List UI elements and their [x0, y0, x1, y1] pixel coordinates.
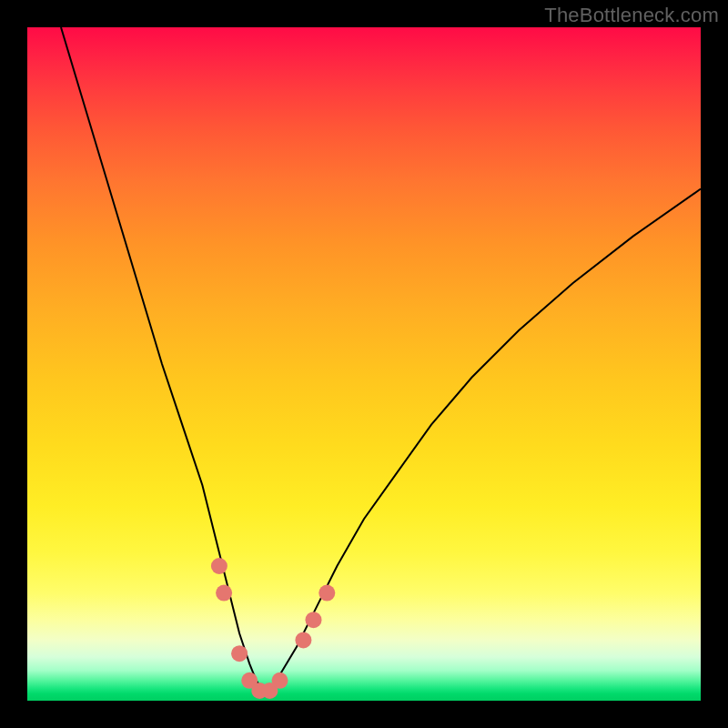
chart-overlay: [27, 27, 701, 701]
data-marker: [216, 585, 232, 602]
data-marker: [272, 672, 288, 689]
chart-frame: TheBottleneck.com: [0, 0, 728, 728]
data-marker: [306, 612, 322, 628]
plot-area: [27, 27, 701, 701]
data-marker: [295, 632, 311, 648]
data-marker: [211, 558, 228, 574]
data-markers: [211, 558, 335, 699]
data-marker: [318, 585, 335, 602]
data-marker: [231, 645, 248, 662]
bottleneck-curve-path: [61, 27, 701, 691]
watermark-text: TheBottleneck.com: [544, 4, 719, 27]
